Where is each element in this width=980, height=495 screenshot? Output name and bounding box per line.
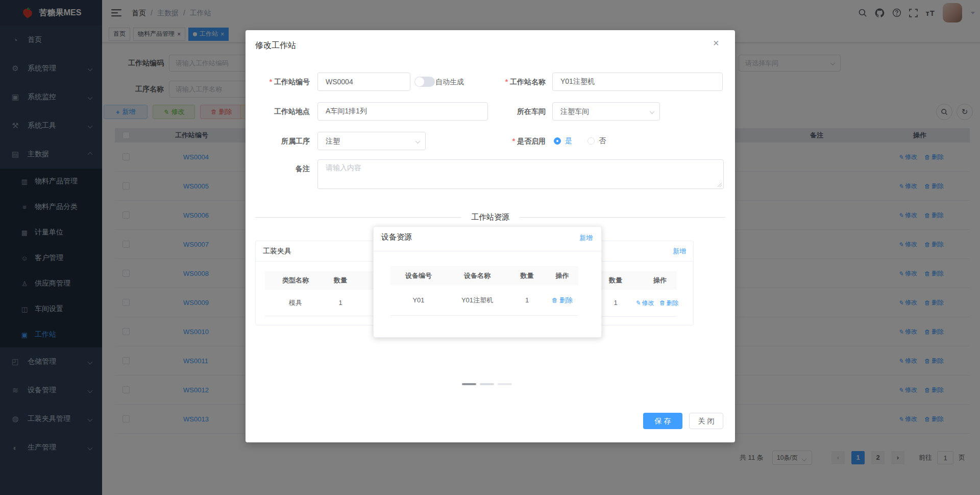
fixture-panel-title: 工装夹具 [263,247,291,256]
remark-label: 备注 [246,159,315,178]
device-delete-link[interactable]: 删除 [546,296,578,305]
carousel-indicator-3[interactable] [498,383,512,385]
device-table-row: Y01 Y01注塑机 1 删除 [390,285,578,316]
process-select[interactable]: 注塑 [317,132,426,150]
remark-textarea[interactable]: 请输入内容 [317,159,724,189]
resize-handle[interactable] [717,182,722,187]
dialog-title: 修改工作站 [255,40,296,51]
location-input[interactable] [317,102,488,121]
enabled-label: 是否启用 [468,132,550,150]
enabled-radio-group: 是 否 [554,132,606,150]
edit-workstation-dialog: 修改工作站 × 工作站编号 自动生成 工作站名称 工作站地点 所在车间 注塑车间… [246,30,735,442]
chevron-down-icon [415,138,421,144]
radio-yes-label: 是 [565,136,572,146]
auto-generate-label: 自动生成 [435,73,464,91]
workshop-label: 所在车间 [468,102,550,121]
right-col-action: 操作 [634,271,685,290]
workshop-select[interactable]: 注塑车间 [552,102,660,121]
edit-icon [635,299,640,307]
code-input[interactable] [317,73,410,91]
process-label: 所属工序 [246,132,315,150]
radio-no[interactable] [587,137,595,145]
radio-yes[interactable] [554,137,561,145]
section-title: 工作站资源 [461,213,520,222]
carousel-indicator-2[interactable] [480,383,494,385]
auto-generate-toggle[interactable] [414,77,435,87]
device-resource-popup: 设备资源 新增 设备编号 设备名称 数量 操作 Y01 Y01注塑机 1 删除 [373,226,602,338]
trash-icon [659,300,665,306]
device-table-header: 设备编号 设备名称 数量 操作 [390,266,578,285]
device-add-link[interactable]: 新增 [579,233,593,243]
close-icon[interactable]: × [713,37,719,49]
section-divider: 工作站资源 [255,213,725,222]
chevron-down-icon [650,109,655,114]
carousel-indicator-1[interactable] [462,383,476,385]
right-panel-add-link[interactable]: 新增 [673,247,686,256]
save-button[interactable]: 保 存 [643,413,682,429]
right-row-delete-link[interactable]: 删除 [659,299,679,308]
device-popup-title: 设备资源 [381,232,412,242]
name-label: 工作站名称 [468,73,550,91]
location-label: 工作站地点 [246,102,315,121]
radio-no-label: 否 [599,136,606,146]
code-label: 工作站编号 [246,73,315,91]
right-row-edit-link[interactable]: 修改 [635,299,654,308]
name-input[interactable] [552,73,723,91]
trash-icon [552,297,557,303]
close-button[interactable]: 关 闭 [689,413,723,429]
